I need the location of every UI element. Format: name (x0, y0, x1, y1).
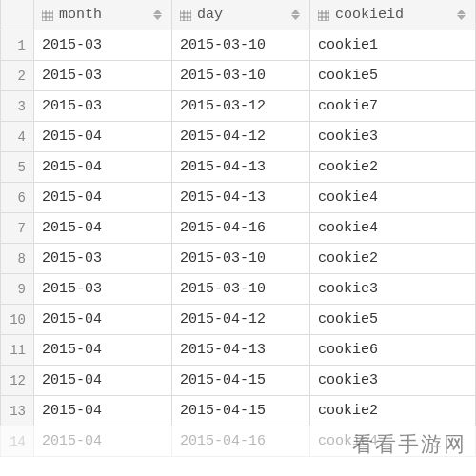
cell-day[interactable]: 2015-04-13 (172, 335, 310, 366)
cell-day[interactable]: 2015-04-15 (172, 366, 310, 396)
svg-marker-19 (457, 10, 466, 14)
cell-cookieid[interactable]: cookie7 (310, 91, 476, 122)
cell-month[interactable]: 2015-04 (34, 396, 172, 426)
data-table: month day (0, 0, 476, 457)
cell-cookieid[interactable]: cookie3 (310, 366, 476, 396)
row-number[interactable]: 12 (0, 366, 34, 396)
cell-month[interactable]: 2015-04 (34, 183, 172, 213)
sort-icon[interactable] (153, 10, 162, 20)
row-number[interactable]: 7 (0, 213, 34, 244)
cell-day[interactable]: 2015-04-13 (172, 183, 310, 213)
svg-marker-20 (457, 15, 466, 20)
column-header-cookieid[interactable]: cookieid (310, 0, 476, 30)
cell-month[interactable]: 2015-04 (34, 426, 172, 457)
cell-month[interactable]: 2015-04 (34, 122, 172, 152)
cell-cookieid[interactable]: cookie2 (310, 396, 476, 426)
cell-cookieid[interactable]: cookie5 (310, 305, 476, 335)
table-icon (180, 10, 191, 21)
cell-day[interactable]: 2015-04-16 (172, 213, 310, 244)
cell-day[interactable]: 2015-04-13 (172, 152, 310, 183)
cell-day[interactable]: 2015-04-12 (172, 305, 310, 335)
cell-cookieid[interactable]: cookie3 (310, 122, 476, 152)
cell-cookieid[interactable]: cookie2 (310, 244, 476, 274)
cell-day[interactable]: 2015-03-10 (172, 61, 310, 91)
rownum-header (0, 0, 34, 30)
row-number[interactable]: 3 (0, 91, 34, 122)
row-number[interactable]: 2 (0, 61, 34, 91)
cell-day[interactable]: 2015-04-16 (172, 426, 310, 457)
row-number[interactable]: 9 (0, 274, 34, 305)
column-header-label: cookieid (335, 7, 404, 23)
row-number[interactable]: 14 (0, 426, 34, 457)
table-icon (42, 10, 53, 21)
column-header-label: month (59, 7, 102, 23)
row-number[interactable]: 6 (0, 183, 34, 213)
cell-day[interactable]: 2015-03-10 (172, 244, 310, 274)
svg-rect-0 (42, 10, 53, 21)
svg-marker-12 (291, 10, 300, 14)
watermark-text: 看看手游网 (352, 430, 466, 459)
cell-month[interactable]: 2015-04 (34, 152, 172, 183)
cell-day[interactable]: 2015-04-15 (172, 396, 310, 426)
cell-cookieid[interactable]: cookie1 (310, 30, 476, 61)
cell-month[interactable]: 2015-04 (34, 366, 172, 396)
svg-marker-5 (153, 10, 162, 14)
row-number[interactable]: 10 (0, 305, 34, 335)
cell-month[interactable]: 2015-03 (34, 91, 172, 122)
svg-marker-13 (291, 15, 300, 20)
cell-day[interactable]: 2015-03-10 (172, 30, 310, 61)
table-icon (318, 10, 329, 21)
cell-cookieid[interactable]: cookie4 (310, 183, 476, 213)
cell-day[interactable]: 2015-03-12 (172, 91, 310, 122)
row-number[interactable]: 1 (0, 30, 34, 61)
cell-cookieid[interactable]: cookie2 (310, 152, 476, 183)
cell-month[interactable]: 2015-04 (34, 305, 172, 335)
cell-month[interactable]: 2015-04 (34, 213, 172, 244)
svg-marker-6 (153, 15, 162, 20)
row-number[interactable]: 13 (0, 396, 34, 426)
column-header-day[interactable]: day (172, 0, 310, 30)
cell-month[interactable]: 2015-03 (34, 30, 172, 61)
sort-icon[interactable] (291, 10, 300, 20)
cell-cookieid[interactable]: cookie3 (310, 274, 476, 305)
row-number[interactable]: 5 (0, 152, 34, 183)
cell-month[interactable]: 2015-03 (34, 274, 172, 305)
cell-month[interactable]: 2015-03 (34, 61, 172, 91)
svg-rect-14 (318, 10, 329, 21)
cell-month[interactable]: 2015-04 (34, 335, 172, 366)
cell-cookieid[interactable]: cookie5 (310, 61, 476, 91)
sort-icon[interactable] (457, 10, 466, 20)
cell-day[interactable]: 2015-03-10 (172, 274, 310, 305)
row-number[interactable]: 11 (0, 335, 34, 366)
row-number[interactable]: 8 (0, 244, 34, 274)
row-number[interactable]: 4 (0, 122, 34, 152)
cell-cookieid[interactable]: cookie4 (310, 213, 476, 244)
column-header-label: day (197, 7, 223, 23)
cell-month[interactable]: 2015-03 (34, 244, 172, 274)
svg-rect-7 (180, 10, 191, 21)
cell-day[interactable]: 2015-04-12 (172, 122, 310, 152)
cell-cookieid[interactable]: cookie6 (310, 335, 476, 366)
column-header-month[interactable]: month (34, 0, 172, 30)
